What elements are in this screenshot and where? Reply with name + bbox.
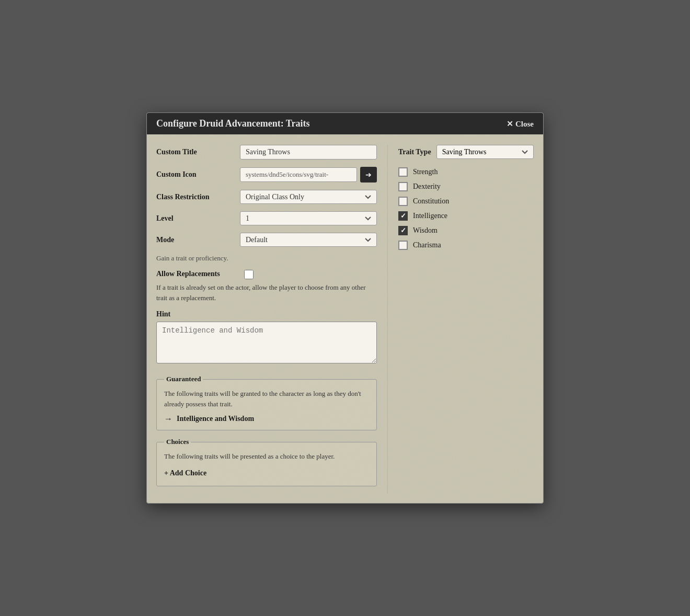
allow-replacements-row: Allow Replacements bbox=[156, 270, 377, 279]
level-row: Level 1 2 3 bbox=[156, 211, 377, 225]
level-select[interactable]: 1 2 3 bbox=[240, 211, 377, 225]
ability-item-intelligence: Intelligence bbox=[398, 211, 534, 221]
guaranteed-item: → Intelligence and Wisdom bbox=[164, 414, 369, 424]
modal-title: Configure Druid Advancement: Traits bbox=[156, 118, 310, 129]
right-panel: Trait Type Saving Throws Skills Language… bbox=[387, 145, 534, 494]
class-restriction-select[interactable]: Original Class Only Any Multiclass Only bbox=[240, 190, 377, 204]
allow-replacements-desc: If a trait is already set on the actor, … bbox=[156, 282, 377, 303]
dexterity-checkbox[interactable] bbox=[398, 182, 408, 191]
hint-textarea[interactable] bbox=[156, 322, 377, 363]
choices-legend: Choices bbox=[164, 438, 191, 446]
wisdom-checkbox[interactable] bbox=[398, 226, 408, 235]
dexterity-label: Dexterity bbox=[413, 182, 441, 191]
charisma-label: Charisma bbox=[413, 241, 441, 249]
ability-item-dexterity: Dexterity bbox=[398, 182, 534, 191]
gain-hint-text: Gain a trait or proficiency. bbox=[156, 254, 377, 263]
mode-row: Mode Default Upgrade Override bbox=[156, 233, 377, 247]
mode-select[interactable]: Default Upgrade Override bbox=[240, 233, 377, 247]
class-restriction-label: Class Restriction bbox=[156, 193, 240, 201]
mode-label: Mode bbox=[156, 236, 240, 244]
guaranteed-legend: Guaranteed bbox=[164, 375, 203, 383]
ability-item-wisdom: Wisdom bbox=[398, 226, 534, 235]
close-button[interactable]: ✕ Close bbox=[507, 119, 534, 129]
level-label: Level bbox=[156, 214, 240, 223]
wisdom-label: Wisdom bbox=[413, 226, 438, 235]
allow-replacements-checkbox[interactable] bbox=[244, 270, 254, 279]
choices-desc: The following traits will be presented a… bbox=[164, 451, 369, 462]
ability-item-strength: Strength bbox=[398, 167, 534, 177]
icon-row: ➔ bbox=[240, 167, 377, 182]
ability-list: Strength Dexterity Constitution Intellig… bbox=[398, 167, 534, 250]
strength-label: Strength bbox=[413, 168, 438, 176]
choices-fieldset: Choices The following traits will be pre… bbox=[156, 438, 377, 486]
custom-icon-label: Custom Icon bbox=[156, 170, 240, 179]
icon-browse-button[interactable]: ➔ bbox=[360, 167, 377, 182]
modal-body: Custom Title Custom Icon ➔ Class Restric… bbox=[147, 134, 543, 503]
charisma-checkbox[interactable] bbox=[398, 241, 408, 250]
class-restriction-row: Class Restriction Original Class Only An… bbox=[156, 190, 377, 204]
modal-header: Configure Druid Advancement: Traits ✕ Cl… bbox=[147, 113, 543, 134]
custom-title-input[interactable] bbox=[240, 145, 377, 159]
add-choice-button[interactable]: + Add Choice bbox=[164, 467, 206, 480]
ability-item-constitution: Constitution bbox=[398, 197, 534, 206]
file-import-icon: ➔ bbox=[365, 170, 372, 179]
guaranteed-desc: The following traits will be granted to … bbox=[164, 389, 369, 409]
custom-title-row: Custom Title bbox=[156, 145, 377, 159]
trait-type-row: Trait Type Saving Throws Skills Language… bbox=[398, 145, 534, 159]
custom-icon-input[interactable] bbox=[240, 167, 357, 182]
constitution-label: Constitution bbox=[413, 197, 449, 206]
custom-icon-row: Custom Icon ➔ bbox=[156, 167, 377, 182]
intelligence-checkbox[interactable] bbox=[398, 211, 408, 221]
hint-label: Hint bbox=[156, 310, 377, 318]
constitution-checkbox[interactable] bbox=[398, 197, 408, 206]
arrow-icon: → bbox=[164, 414, 172, 424]
strength-checkbox[interactable] bbox=[398, 167, 408, 177]
guaranteed-fieldset: Guaranteed The following traits will be … bbox=[156, 375, 377, 430]
trait-type-label: Trait Type bbox=[398, 148, 431, 156]
custom-title-label: Custom Title bbox=[156, 148, 240, 156]
trait-type-select[interactable]: Saving Throws Skills Languages Tool Prof… bbox=[436, 145, 534, 159]
guaranteed-item-label: Intelligence and Wisdom bbox=[177, 415, 254, 423]
intelligence-label: Intelligence bbox=[413, 212, 447, 220]
modal-container: Configure Druid Advancement: Traits ✕ Cl… bbox=[146, 112, 544, 504]
ability-item-charisma: Charisma bbox=[398, 241, 534, 250]
allow-replacements-label: Allow Replacements bbox=[156, 270, 240, 278]
left-panel: Custom Title Custom Icon ➔ Class Restric… bbox=[156, 145, 387, 494]
